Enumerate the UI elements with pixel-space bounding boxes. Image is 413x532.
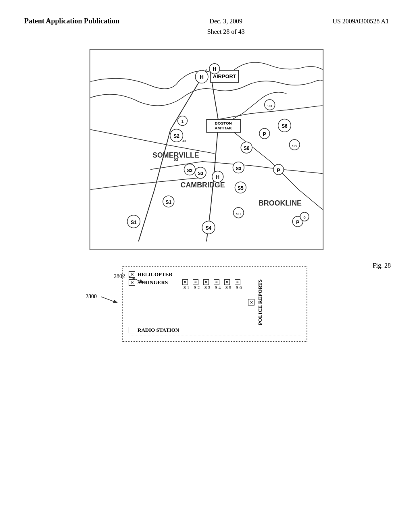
main-content: 2804 — [0, 45, 413, 346]
legend-bottom — [129, 335, 300, 337]
svg-text:H: H — [213, 66, 217, 72]
svg-text:S1: S1 — [165, 200, 171, 205]
police-label: POLICE REPORTS — [257, 279, 263, 325]
radio-row: RADIO STATION — [129, 327, 300, 333]
stringers-section: ✕ STRINGERS ✕ S 1 ✕ S 2 ✕ S 3 — [129, 279, 300, 325]
helicopter-checkbox: ✕ — [129, 271, 135, 278]
helicopter-label: HELICOPTER — [138, 271, 178, 278]
stringer-s1: ✕ S 1 — [182, 279, 190, 290]
svg-text:H: H — [216, 175, 219, 181]
svg-text:S6: S6 — [244, 145, 250, 151]
s4-checkbox: ✕ — [214, 279, 219, 285]
helicopter-row: ✕ HELICOPTER — [129, 271, 300, 278]
svg-text:93: 93 — [174, 157, 179, 162]
svg-text:H: H — [200, 74, 204, 81]
svg-text:P: P — [263, 131, 266, 137]
svg-text:S3: S3 — [198, 171, 203, 176]
page-header: Patent Application Publication Dec. 3, 2… — [0, 0, 413, 45]
legend-section: 2800 2802 — [90, 266, 323, 342]
header-center: Dec. 3, 2009 Sheet 28 of 43 — [207, 16, 245, 37]
svg-text:S6: S6 — [282, 124, 288, 129]
ref-2800-container: 2800 — [86, 289, 121, 305]
svg-text:S3: S3 — [236, 166, 241, 171]
svg-text:AMTRAK: AMTRAK — [215, 126, 232, 131]
police-item: ✕ POLICE REPORTS — [248, 279, 263, 325]
ref-2800-label: 2800 — [86, 293, 97, 300]
patent-number: US 2009/0300528 A1 — [332, 16, 389, 27]
svg-text:90: 90 — [236, 212, 241, 216]
svg-text:93: 93 — [292, 143, 297, 148]
svg-text:S1: S1 — [131, 220, 137, 225]
s1-checkbox: ✕ — [182, 279, 188, 285]
stringer-s3: ✕ S 3 — [203, 279, 211, 290]
figure-label: Fig. 28 — [373, 262, 391, 269]
svg-text:93: 93 — [181, 139, 186, 143]
sheet-info: Sheet 28 of 43 — [207, 28, 245, 35]
s3-checkbox: ✕ — [203, 279, 209, 285]
map-diagram: AIRPORT BOSTON AMTRAK SOMERVILLE CAMBRID… — [90, 49, 323, 250]
legend-box: ✕ HELICOPTER ✕ STRINGERS ✕ S 1 ✕ S 2 — [122, 266, 307, 342]
svg-text:P: P — [277, 168, 280, 173]
svg-text:9: 9 — [303, 215, 306, 220]
map-svg: AIRPORT BOSTON AMTRAK SOMERVILLE CAMBRID… — [90, 50, 323, 249]
publication-date: Dec. 3, 2009 — [209, 18, 242, 25]
stringers-label: STRINGERS — [138, 279, 178, 286]
svg-text:S5: S5 — [238, 185, 244, 191]
svg-text:1: 1 — [181, 119, 184, 124]
svg-text:S3: S3 — [187, 168, 192, 173]
svg-text:BROOKLINE: BROOKLINE — [259, 199, 302, 207]
svg-text:90: 90 — [267, 104, 272, 108]
stringer-s6: ✕ S 6 — [235, 279, 243, 290]
map-section: 2804 — [90, 49, 323, 250]
stringer-s2: ✕ S 2 — [193, 279, 201, 290]
svg-text:P: P — [296, 220, 299, 225]
radio-label: RADIO STATION — [138, 327, 179, 333]
police-checkbox: ✕ — [248, 299, 254, 305]
svg-text:BOSTON: BOSTON — [215, 121, 232, 126]
stringers-checkbox: ✕ — [129, 279, 135, 286]
stringer-s5: ✕ S 5 — [224, 279, 232, 290]
stringer-list: ✕ S 1 ✕ S 2 ✕ S 3 ✕ S 4 — [181, 279, 244, 290]
svg-text:AIRPORT: AIRPORT — [213, 74, 236, 80]
s2-checkbox: ✕ — [193, 279, 198, 285]
s5-checkbox: ✕ — [224, 279, 230, 285]
s6-checkbox: ✕ — [235, 279, 240, 285]
publication-title: Patent Application Publication — [24, 16, 119, 26]
svg-text:S2: S2 — [173, 133, 179, 139]
svg-text:S4: S4 — [206, 226, 212, 231]
radio-checkbox — [129, 327, 135, 333]
stringer-s4: ✕ S 4 — [214, 279, 222, 290]
